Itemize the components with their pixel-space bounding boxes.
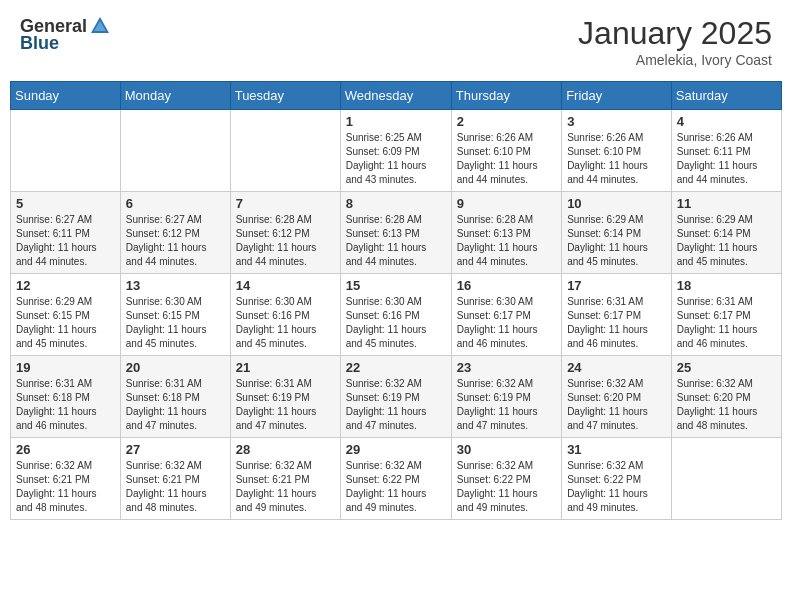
week-row-4: 19Sunrise: 6:31 AM Sunset: 6:18 PM Dayli… bbox=[11, 356, 782, 438]
day-info: Sunrise: 6:26 AM Sunset: 6:11 PM Dayligh… bbox=[677, 131, 776, 187]
calendar-cell: 9Sunrise: 6:28 AM Sunset: 6:13 PM Daylig… bbox=[451, 192, 561, 274]
week-row-2: 5Sunrise: 6:27 AM Sunset: 6:11 PM Daylig… bbox=[11, 192, 782, 274]
day-number: 27 bbox=[126, 442, 225, 457]
day-info: Sunrise: 6:31 AM Sunset: 6:19 PM Dayligh… bbox=[236, 377, 335, 433]
calendar-cell: 8Sunrise: 6:28 AM Sunset: 6:13 PM Daylig… bbox=[340, 192, 451, 274]
day-info: Sunrise: 6:25 AM Sunset: 6:09 PM Dayligh… bbox=[346, 131, 446, 187]
day-info: Sunrise: 6:32 AM Sunset: 6:21 PM Dayligh… bbox=[126, 459, 225, 515]
day-info: Sunrise: 6:30 AM Sunset: 6:15 PM Dayligh… bbox=[126, 295, 225, 351]
calendar: SundayMondayTuesdayWednesdayThursdayFrid… bbox=[10, 81, 782, 520]
week-row-3: 12Sunrise: 6:29 AM Sunset: 6:15 PM Dayli… bbox=[11, 274, 782, 356]
weekday-monday: Monday bbox=[120, 82, 230, 110]
day-info: Sunrise: 6:31 AM Sunset: 6:17 PM Dayligh… bbox=[567, 295, 666, 351]
day-info: Sunrise: 6:26 AM Sunset: 6:10 PM Dayligh… bbox=[457, 131, 556, 187]
weekday-thursday: Thursday bbox=[451, 82, 561, 110]
day-info: Sunrise: 6:32 AM Sunset: 6:22 PM Dayligh… bbox=[457, 459, 556, 515]
calendar-cell: 10Sunrise: 6:29 AM Sunset: 6:14 PM Dayli… bbox=[562, 192, 672, 274]
weekday-tuesday: Tuesday bbox=[230, 82, 340, 110]
weekday-header-row: SundayMondayTuesdayWednesdayThursdayFrid… bbox=[11, 82, 782, 110]
day-number: 20 bbox=[126, 360, 225, 375]
calendar-cell: 20Sunrise: 6:31 AM Sunset: 6:18 PM Dayli… bbox=[120, 356, 230, 438]
calendar-cell: 17Sunrise: 6:31 AM Sunset: 6:17 PM Dayli… bbox=[562, 274, 672, 356]
day-number: 3 bbox=[567, 114, 666, 129]
day-number: 28 bbox=[236, 442, 335, 457]
day-info: Sunrise: 6:32 AM Sunset: 6:20 PM Dayligh… bbox=[567, 377, 666, 433]
day-number: 11 bbox=[677, 196, 776, 211]
day-number: 5 bbox=[16, 196, 115, 211]
calendar-cell: 19Sunrise: 6:31 AM Sunset: 6:18 PM Dayli… bbox=[11, 356, 121, 438]
day-number: 12 bbox=[16, 278, 115, 293]
calendar-cell: 5Sunrise: 6:27 AM Sunset: 6:11 PM Daylig… bbox=[11, 192, 121, 274]
weekday-friday: Friday bbox=[562, 82, 672, 110]
day-number: 26 bbox=[16, 442, 115, 457]
title-block: January 2025 Amelekia, Ivory Coast bbox=[578, 15, 772, 68]
calendar-cell bbox=[120, 110, 230, 192]
calendar-cell: 15Sunrise: 6:30 AM Sunset: 6:16 PM Dayli… bbox=[340, 274, 451, 356]
calendar-cell: 6Sunrise: 6:27 AM Sunset: 6:12 PM Daylig… bbox=[120, 192, 230, 274]
day-info: Sunrise: 6:31 AM Sunset: 6:18 PM Dayligh… bbox=[16, 377, 115, 433]
day-number: 14 bbox=[236, 278, 335, 293]
calendar-cell: 27Sunrise: 6:32 AM Sunset: 6:21 PM Dayli… bbox=[120, 438, 230, 520]
day-number: 21 bbox=[236, 360, 335, 375]
weekday-sunday: Sunday bbox=[11, 82, 121, 110]
day-number: 2 bbox=[457, 114, 556, 129]
calendar-cell: 1Sunrise: 6:25 AM Sunset: 6:09 PM Daylig… bbox=[340, 110, 451, 192]
calendar-cell: 28Sunrise: 6:32 AM Sunset: 6:21 PM Dayli… bbox=[230, 438, 340, 520]
day-number: 1 bbox=[346, 114, 446, 129]
day-info: Sunrise: 6:30 AM Sunset: 6:16 PM Dayligh… bbox=[236, 295, 335, 351]
day-number: 30 bbox=[457, 442, 556, 457]
day-info: Sunrise: 6:32 AM Sunset: 6:20 PM Dayligh… bbox=[677, 377, 776, 433]
day-info: Sunrise: 6:32 AM Sunset: 6:21 PM Dayligh… bbox=[236, 459, 335, 515]
calendar-cell: 26Sunrise: 6:32 AM Sunset: 6:21 PM Dayli… bbox=[11, 438, 121, 520]
day-info: Sunrise: 6:32 AM Sunset: 6:22 PM Dayligh… bbox=[567, 459, 666, 515]
day-info: Sunrise: 6:29 AM Sunset: 6:14 PM Dayligh… bbox=[567, 213, 666, 269]
day-number: 31 bbox=[567, 442, 666, 457]
day-number: 23 bbox=[457, 360, 556, 375]
day-info: Sunrise: 6:28 AM Sunset: 6:12 PM Dayligh… bbox=[236, 213, 335, 269]
day-number: 18 bbox=[677, 278, 776, 293]
calendar-cell: 7Sunrise: 6:28 AM Sunset: 6:12 PM Daylig… bbox=[230, 192, 340, 274]
weekday-saturday: Saturday bbox=[671, 82, 781, 110]
day-number: 17 bbox=[567, 278, 666, 293]
calendar-cell: 21Sunrise: 6:31 AM Sunset: 6:19 PM Dayli… bbox=[230, 356, 340, 438]
day-info: Sunrise: 6:32 AM Sunset: 6:22 PM Dayligh… bbox=[346, 459, 446, 515]
week-row-1: 1Sunrise: 6:25 AM Sunset: 6:09 PM Daylig… bbox=[11, 110, 782, 192]
day-info: Sunrise: 6:30 AM Sunset: 6:17 PM Dayligh… bbox=[457, 295, 556, 351]
day-number: 15 bbox=[346, 278, 446, 293]
calendar-cell: 2Sunrise: 6:26 AM Sunset: 6:10 PM Daylig… bbox=[451, 110, 561, 192]
logo: General Blue bbox=[20, 15, 111, 54]
day-number: 19 bbox=[16, 360, 115, 375]
day-info: Sunrise: 6:32 AM Sunset: 6:19 PM Dayligh… bbox=[346, 377, 446, 433]
calendar-cell: 22Sunrise: 6:32 AM Sunset: 6:19 PM Dayli… bbox=[340, 356, 451, 438]
day-number: 9 bbox=[457, 196, 556, 211]
day-number: 7 bbox=[236, 196, 335, 211]
day-number: 16 bbox=[457, 278, 556, 293]
week-row-5: 26Sunrise: 6:32 AM Sunset: 6:21 PM Dayli… bbox=[11, 438, 782, 520]
calendar-cell: 12Sunrise: 6:29 AM Sunset: 6:15 PM Dayli… bbox=[11, 274, 121, 356]
calendar-cell: 14Sunrise: 6:30 AM Sunset: 6:16 PM Dayli… bbox=[230, 274, 340, 356]
day-info: Sunrise: 6:27 AM Sunset: 6:12 PM Dayligh… bbox=[126, 213, 225, 269]
calendar-cell: 30Sunrise: 6:32 AM Sunset: 6:22 PM Dayli… bbox=[451, 438, 561, 520]
day-info: Sunrise: 6:28 AM Sunset: 6:13 PM Dayligh… bbox=[457, 213, 556, 269]
calendar-cell bbox=[671, 438, 781, 520]
calendar-cell: 13Sunrise: 6:30 AM Sunset: 6:15 PM Dayli… bbox=[120, 274, 230, 356]
calendar-cell: 23Sunrise: 6:32 AM Sunset: 6:19 PM Dayli… bbox=[451, 356, 561, 438]
day-info: Sunrise: 6:32 AM Sunset: 6:21 PM Dayligh… bbox=[16, 459, 115, 515]
day-info: Sunrise: 6:28 AM Sunset: 6:13 PM Dayligh… bbox=[346, 213, 446, 269]
day-info: Sunrise: 6:26 AM Sunset: 6:10 PM Dayligh… bbox=[567, 131, 666, 187]
calendar-cell bbox=[230, 110, 340, 192]
day-number: 13 bbox=[126, 278, 225, 293]
calendar-cell: 11Sunrise: 6:29 AM Sunset: 6:14 PM Dayli… bbox=[671, 192, 781, 274]
day-info: Sunrise: 6:32 AM Sunset: 6:19 PM Dayligh… bbox=[457, 377, 556, 433]
day-number: 4 bbox=[677, 114, 776, 129]
calendar-cell bbox=[11, 110, 121, 192]
calendar-cell: 18Sunrise: 6:31 AM Sunset: 6:17 PM Dayli… bbox=[671, 274, 781, 356]
day-info: Sunrise: 6:27 AM Sunset: 6:11 PM Dayligh… bbox=[16, 213, 115, 269]
day-number: 6 bbox=[126, 196, 225, 211]
day-info: Sunrise: 6:30 AM Sunset: 6:16 PM Dayligh… bbox=[346, 295, 446, 351]
subtitle: Amelekia, Ivory Coast bbox=[578, 52, 772, 68]
calendar-cell: 4Sunrise: 6:26 AM Sunset: 6:11 PM Daylig… bbox=[671, 110, 781, 192]
day-number: 29 bbox=[346, 442, 446, 457]
logo-blue-text: Blue bbox=[20, 33, 111, 54]
day-info: Sunrise: 6:29 AM Sunset: 6:15 PM Dayligh… bbox=[16, 295, 115, 351]
